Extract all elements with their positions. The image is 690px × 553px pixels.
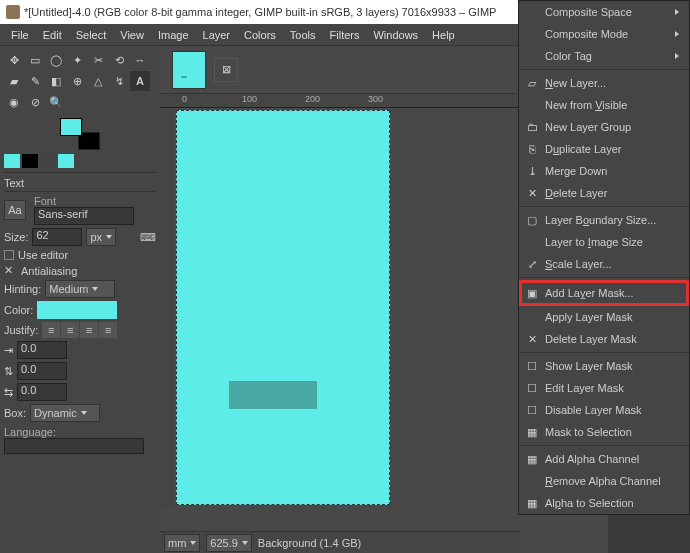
text-color-swatch[interactable] <box>37 301 117 319</box>
menu-image[interactable]: Image <box>151 29 196 41</box>
rect-select-tool[interactable]: ▭ <box>25 50 45 70</box>
menu-colors[interactable]: Colors <box>237 29 283 41</box>
delete-icon: ✕ <box>525 186 539 200</box>
ctx-composite-mode[interactable]: Composite Mode <box>519 23 689 45</box>
indent-icon-1: ⇥ <box>4 344 13 357</box>
ctx-new-from-visible[interactable]: New from Visible <box>519 94 689 116</box>
clone-tool[interactable]: ⊕ <box>67 71 87 91</box>
ctx-new-layer[interactable]: ▱New Layer... <box>519 72 689 94</box>
ctx-remove-alpha: Remove Alpha Channel <box>519 470 689 492</box>
canvas[interactable] <box>176 110 390 505</box>
free-select-tool[interactable]: ◯ <box>46 50 66 70</box>
rotate-tool[interactable]: ⟲ <box>109 50 129 70</box>
ctx-alpha-to-selection[interactable]: ▦Alpha to Selection <box>519 492 689 514</box>
smudge-tool[interactable]: △ <box>88 71 108 91</box>
menu-view[interactable]: View <box>113 29 151 41</box>
gimp-icon <box>6 5 20 19</box>
boundary-icon: ▢ <box>525 213 539 227</box>
antialiasing-check[interactable]: ✕Antialiasing <box>4 264 156 277</box>
ctx-delete-layer[interactable]: ✕Delete Layer <box>519 182 689 204</box>
zoom-dropdown[interactable]: 625.9 <box>206 534 252 552</box>
duplicate-icon: ⎘ <box>525 142 539 156</box>
swatch-3[interactable] <box>40 154 56 168</box>
statusbar: mm 625.9 Background (1.4 GB) <box>160 531 520 553</box>
text-tool[interactable]: A <box>130 71 150 91</box>
swatch-2[interactable] <box>22 154 38 168</box>
zoom-tool[interactable]: 🔍 <box>46 92 66 112</box>
new-layer-icon: ▱ <box>525 76 539 90</box>
pencil-tool[interactable]: ✎ <box>25 71 45 91</box>
ctx-layer-boundary[interactable]: ▢Layer Boundary Size... <box>519 209 689 231</box>
fuzzy-select-tool[interactable]: ✦ <box>67 50 87 70</box>
ctx-layer-to-image[interactable]: Layer to Image Size <box>519 231 689 253</box>
menu-edit[interactable]: Edit <box>36 29 69 41</box>
ctx-new-layer-group[interactable]: 🗀New Layer Group <box>519 116 689 138</box>
font-preview-icon[interactable]: Aa <box>4 200 26 220</box>
font-label: Font <box>34 195 134 207</box>
hinting-dropdown[interactable]: Medium <box>45 280 115 298</box>
window-title: *[Untitled]-4.0 (RGB color 8-bit gamma i… <box>24 6 496 18</box>
letter-spacing-input[interactable]: 0.0 <box>17 383 67 401</box>
ctx-duplicate-layer[interactable]: ⎘Duplicate Layer <box>519 138 689 160</box>
bucket-tool[interactable]: ▰ <box>4 71 24 91</box>
color-label: Color: <box>4 304 33 316</box>
justify-right-icon[interactable]: ≡ <box>61 322 79 338</box>
hinting-label: Hinting: <box>4 283 41 295</box>
swatch-4[interactable] <box>58 154 74 168</box>
folder-icon: 🗀 <box>525 120 539 134</box>
move-tool[interactable]: ✥ <box>4 50 24 70</box>
crop-tool[interactable]: ✂ <box>88 50 108 70</box>
justify-fill-icon[interactable]: ≡ <box>99 322 117 338</box>
layer-context-menu: Composite Space Composite Mode Color Tag… <box>518 0 690 515</box>
alpha-icon: ▦ <box>525 452 539 466</box>
ctx-add-layer-mask[interactable]: ▣Add Layer Mask... <box>519 280 689 306</box>
ctx-mask-to-selection: ▦Mask to Selection <box>519 421 689 443</box>
unit-dropdown[interactable]: mm <box>164 534 200 552</box>
ctx-add-alpha[interactable]: ▦Add Alpha Channel <box>519 448 689 470</box>
box-label: Box: <box>4 407 26 419</box>
justify-center-icon[interactable]: ≡ <box>80 322 98 338</box>
box-dropdown[interactable]: Dynamic <box>30 404 100 422</box>
fg-color[interactable] <box>60 118 82 136</box>
line-spacing-icon: ⇅ <box>4 365 13 378</box>
eraser-tool[interactable]: ◧ <box>46 71 66 91</box>
menu-file[interactable]: File <box>4 29 36 41</box>
color-picker-tool[interactable]: ◉ <box>4 92 24 112</box>
font-input[interactable]: Sans-serif <box>34 207 134 225</box>
letter-spacing-icon: ⇆ <box>4 386 13 399</box>
size-label: Size: <box>4 231 28 243</box>
path-tool[interactable]: ↯ <box>109 71 129 91</box>
line-spacing-input[interactable]: 0.0 <box>17 362 67 380</box>
toolbox-panel: ✥ ▭ ◯ ✦ ✂ ⟲ ↔ ▰ ✎ ◧ ⊕ △ ↯ A ◉ ⊘ 🔍 <box>0 46 160 553</box>
menu-filters[interactable]: Filters <box>323 29 367 41</box>
indent-input-1[interactable]: 0.0 <box>17 341 67 359</box>
input-method-icon[interactable]: ⌨ <box>140 231 156 244</box>
scale-tool[interactable]: ↔ <box>130 50 150 70</box>
use-editor-check[interactable]: Use editor <box>4 249 156 261</box>
scale-icon: ⤢ <box>525 257 539 271</box>
ctx-scale-layer[interactable]: ⤢Scale Layer... <box>519 253 689 275</box>
merge-icon: ⤓ <box>525 164 539 178</box>
ctx-color-tag[interactable]: Color Tag <box>519 45 689 67</box>
text-options: Text Aa Font Sans-serif Size: 62 px ⌨ Us… <box>4 172 156 454</box>
close-image-button[interactable]: ⊠ <box>214 58 238 82</box>
text-heading: Text <box>4 177 156 192</box>
ctx-composite-space[interactable]: Composite Space <box>519 1 689 23</box>
canvas-rectangle <box>229 381 317 409</box>
menu-windows[interactable]: Windows <box>366 29 425 41</box>
justify-label: Justify: <box>4 324 38 336</box>
size-unit-dropdown[interactable]: px <box>86 228 116 246</box>
image-thumbnail[interactable] <box>172 51 206 89</box>
selection-icon: ▦ <box>525 496 539 510</box>
menu-tools[interactable]: Tools <box>283 29 323 41</box>
menu-select[interactable]: Select <box>69 29 114 41</box>
language-input[interactable] <box>4 438 144 454</box>
menu-help[interactable]: Help <box>425 29 462 41</box>
selection-icon: ▦ <box>525 425 539 439</box>
menu-layer[interactable]: Layer <box>196 29 238 41</box>
fg-bg-colors[interactable] <box>60 118 100 150</box>
justify-left-icon[interactable]: ≡ <box>42 322 60 338</box>
measure-tool[interactable]: ⊘ <box>25 92 45 112</box>
swatch-1[interactable] <box>4 154 20 168</box>
size-input[interactable]: 62 <box>32 228 82 246</box>
